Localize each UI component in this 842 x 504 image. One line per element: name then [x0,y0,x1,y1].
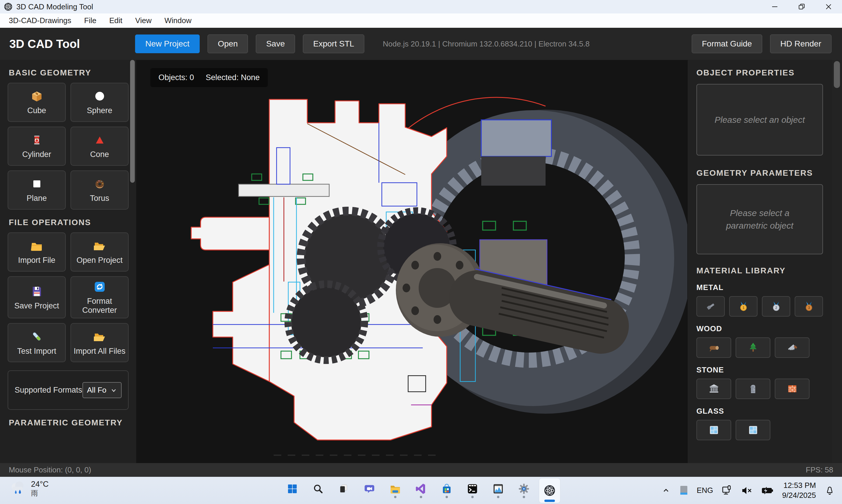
object-properties-title: OBJECT PROPERTIES [696,68,823,77]
gold-medal-icon: 1 [737,300,750,313]
network-icon[interactable] [721,485,733,497]
wood-log-icon [707,341,720,354]
import-file-button[interactable]: Import File [7,232,66,272]
settings-button[interactable] [513,478,535,503]
screen: 3D CAD Modeling Tool 3D-CAD-Drawings Fil… [0,0,842,504]
export-stl-button[interactable]: Export STL [303,35,364,53]
material-tree-button[interactable] [736,337,770,358]
plane-icon [30,177,44,191]
start-button[interactable] [282,478,303,503]
task-view-icon [338,483,350,495]
classical-building-icon [707,382,720,395]
store-icon [441,483,453,495]
page-scrollbar[interactable] [832,60,842,463]
format-guide-button[interactable]: Format Guide [692,35,762,53]
material-glass-1-button[interactable] [696,420,731,440]
hd-render-button[interactable]: HD Render [770,35,831,53]
rain-cloud-icon [8,479,27,498]
save-button[interactable]: Save [256,35,295,53]
material-bronze-button[interactable]: 3 [795,296,823,317]
material-moai-button[interactable] [736,379,770,399]
file-explorer-button[interactable] [384,478,406,503]
plane-button[interactable]: Plane [7,170,66,210]
menu-3d-cad-drawings[interactable]: 3D-CAD-Drawings [2,16,78,25]
open-project-button[interactable]: Open Project [70,232,129,272]
material-brick-button[interactable] [775,379,809,399]
clock[interactable]: 12:53 PM 9/24/2025 [782,481,816,501]
terminal-button[interactable] [462,478,483,503]
volume-muted-icon[interactable] [740,485,753,497]
left-sidebar: BASIC GEOMETRY Cube Sphere [0,60,136,463]
torus-icon [93,177,107,191]
geometry-parameters-title: GEOMETRY PARAMETERS [696,168,823,178]
file-operations-title: FILE OPERATIONS [9,218,127,227]
menu-window[interactable]: Window [158,16,198,25]
cylinder-button[interactable]: Cylinder [7,127,66,166]
chat-button[interactable] [359,478,380,503]
terminal-icon [466,483,479,495]
language-indicator[interactable]: ENG [697,486,713,495]
material-wood-log-button[interactable] [696,337,731,358]
battery-charging-icon[interactable] [761,485,774,497]
material-nut-bolt-button[interactable] [696,296,725,317]
visual-studio-button[interactable] [410,478,432,503]
menu-file[interactable]: File [78,16,103,25]
cone-button[interactable]: Cone [70,127,129,166]
save-project-button[interactable]: Save Project [7,276,66,318]
task-view-button[interactable] [333,478,355,503]
test-import-button[interactable]: Test Import [7,323,66,362]
app-header: 3D CAD Tool New Project Open Save Export… [0,28,842,60]
restore-button[interactable] [788,0,815,14]
search-button[interactable] [307,478,329,503]
window-title: 3D CAD Modeling Tool [16,2,93,12]
cube-button[interactable]: Cube [7,83,66,122]
electron-app-icon [3,2,13,12]
performance-monitor-button[interactable] [487,478,509,503]
nut-bolt-icon [704,300,717,313]
notifications-bell-icon[interactable] [824,485,836,497]
svg-text:1: 1 [742,306,745,310]
window-pane-icon [707,424,720,436]
viewport[interactable]: Objects: 0 Selected: None [136,60,687,463]
import-all-files-button[interactable]: Import All Files [70,323,129,362]
microsoft-store-button[interactable] [436,478,458,503]
svg-text:3: 3 [808,306,810,310]
minimize-button[interactable] [761,0,788,14]
material-glass-2-button[interactable] [736,420,770,440]
supported-formats-card: Supported Formats All Fo [7,371,129,410]
weather-widget[interactable]: 24°C 雨 [8,479,49,498]
basic-geometry-title: BASIC GEOMETRY [9,68,127,77]
material-gold-button[interactable]: 1 [729,296,757,317]
menu-edit[interactable]: Edit [103,16,129,25]
material-saw-button[interactable] [775,337,809,358]
window-pane-icon [747,424,759,436]
parametric-geometry-title: PARAMETRIC GEOMETRY [9,418,127,427]
tray-time-value: 12:53 PM [782,481,816,490]
sphere-button[interactable]: Sphere [70,83,129,122]
page-scrollbar-thumb[interactable] [834,61,840,88]
supported-formats-select[interactable]: All Fo [83,382,122,398]
sphere-icon [93,89,107,103]
new-project-button[interactable]: New Project [135,35,200,53]
close-button[interactable] [815,0,842,14]
viewport-status-badge: Objects: 0 Selected: None [150,68,268,87]
format-converter-button[interactable]: Format Converter [70,276,129,318]
visual-studio-icon [415,483,427,495]
open-folder-icon [93,330,107,344]
geometry-parameters-box: Please select a parametric object [696,184,823,254]
material-marble-button[interactable] [696,379,731,399]
open-button[interactable]: Open [208,35,248,53]
menu-view[interactable]: View [129,16,158,25]
sidebar-scrollbar[interactable] [130,60,135,183]
cad-app-taskbar-button[interactable] [539,478,560,503]
glass-group-title: GLASS [696,407,823,416]
electron-app-icon [543,484,556,497]
tray-chevron-up-icon[interactable] [661,486,671,496]
app-title: 3D CAD Tool [10,37,135,51]
weather-temp: 24°C [31,480,49,489]
weather-condition: 雨 [31,489,49,498]
right-panel: OBJECT PROPERTIES Please select an objec… [687,60,832,463]
tray-app-icon[interactable] [679,485,689,497]
material-silver-button[interactable]: 2 [762,296,790,317]
torus-button[interactable]: Torus [70,170,129,210]
